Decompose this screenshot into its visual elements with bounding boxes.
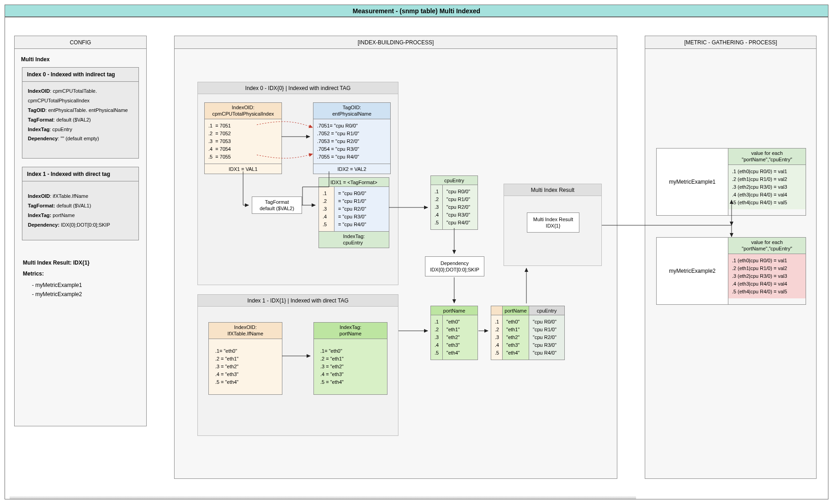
config-metrics-label: Metrics: <box>23 271 139 277</box>
metric1-head: value for each "portName","cpuEntry" <box>728 149 806 165</box>
merged-port-head: portName <box>503 306 529 315</box>
config-index0-title: Index 0 - Indexed with indirect tag <box>22 68 138 82</box>
cfg-i1-indexoid-val: ifXTable.IfName <box>53 193 88 199</box>
portname-cell: portName .1 .2 .3 .4 .5 "eth0" "eth1" "e… <box>430 306 478 360</box>
dependency-box: Dependency IDX{0};DOT[0:0];SKIP <box>425 256 484 276</box>
idx1-indexoid-cell: IndexOID: IfXTable.IfName .1= "eth0" .2 … <box>208 322 282 395</box>
idx0-result-cell: IDX1 = <TagFormat> .1 .2 .3 .4 .5 = "cpu… <box>318 177 389 248</box>
cfg-i1-tagformat-val: default ($VAL1) <box>57 203 91 208</box>
mgp-region: [METRIC - GATHERING - PROCESS] myMetricE… <box>645 36 817 479</box>
metric2-head: value for each "portName","cpuEntry" <box>728 238 806 254</box>
cfg-i0-tagoid-val: entPhysicalTable. entPhysicalName <box>48 107 127 113</box>
cfg-i0-dep-val: "" (default empty) <box>61 136 99 141</box>
cfg-i0-tagoid-label: TagOID <box>28 107 45 113</box>
cpuentry-cell: cpuEntry .1 .2 .3 .4 .5 "cpu R0/0" "cpu … <box>430 175 478 230</box>
idx0-indexoid-foot: IDX1 = VAL1 <box>205 164 281 174</box>
idx0-group: Index 0 - IDX{0} | Indexed with indirect… <box>197 82 398 285</box>
cfg-i1-tagformat-label: TagFormat: <box>28 203 55 208</box>
idx0-result-foot: IndexTag: cpuEntry <box>319 231 389 248</box>
portname-idx: .1 .2 .3 .4 .5 <box>431 315 443 360</box>
metric-item: - myMetricExample2 <box>32 290 142 299</box>
cfg-i1-indexoid-label: IndexOID <box>28 193 50 199</box>
cfg-i0-indexoid-label: IndexOID <box>28 88 50 94</box>
config-header: CONFIG <box>15 36 146 49</box>
ibp-header: [INDEX-BUILDING-PROCESS] <box>175 36 617 49</box>
merged-idx-col: .1 .2 .3 .4 .5 <box>491 315 502 360</box>
merged-cpu-head: cpuEntry <box>529 306 564 315</box>
idx0-tagoid-cell: TagOID: entPhysicalName .7051= "cpu R0/0… <box>313 102 391 174</box>
idx0-tagformat-box: TagFormat default ($VAL2) <box>252 196 302 214</box>
idx1-indextag-body: .1= "eth0" .2 = "eth1" .3 = "eth2" .4 = … <box>314 339 387 394</box>
config-index1-box: Index 1 - Indexed with direct tag IndexO… <box>22 167 139 240</box>
cfg-i1-dep-label: Dependency: <box>28 222 59 228</box>
idx1-indextag-head: IndexTag: portName <box>314 323 387 339</box>
cpuentry-head: cpuEntry <box>431 176 478 185</box>
metric1-name: myMetricExample1 <box>656 148 728 216</box>
idx1-indextag-cell: IndexTag: portName .1= "eth0" .2 = "eth1… <box>313 322 387 395</box>
idx0-result-idxcol: .1 .2 .3 .4 .5 <box>319 187 334 231</box>
mir-group: Multi Index Result Multi Index Result ID… <box>504 184 602 266</box>
idx1-group: Index 1 - IDX{1} | Indexed with direct T… <box>197 294 398 436</box>
merged-result: .1 .2 .3 .4 .5 portName "eth0" "eth1" "e… <box>491 306 565 360</box>
cfg-i0-tagformat-val: default ($VAL2) <box>56 117 91 122</box>
cfg-i1-indextag-label: IndexTag: <box>28 212 51 218</box>
idx1-indexoid-body: .1= "eth0" .2 = "eth1" .3 = "eth2" .4 = … <box>209 339 282 394</box>
idx0-result-head: IDX1 = <TagFormat> <box>319 178 389 187</box>
metric2-rows: .1 (eth0|cpu R0/0) = val1 .2 (eth1|cpu R… <box>728 254 806 298</box>
metric1-row: myMetricExample1 value for each "portNam… <box>656 148 806 216</box>
cfg-i0-indextag-val: cpuEntry <box>53 127 72 132</box>
mgp-header: [METRIC - GATHERING - PROCESS] <box>645 36 816 49</box>
portname-val: "eth0" "eth1" "eth2" "eth3" "eth4" <box>443 315 478 360</box>
cpuentry-idx: .1 .2 .3 .4 .5 <box>431 185 443 229</box>
config-subtitle: Multi Index <box>21 56 142 63</box>
metric2-row: myMetricExample2 value for each "portNam… <box>656 237 806 305</box>
idx0-indexoid-body: .1 = 7051 .2 = 7052 .3 = 7053 .4 = 7054 … <box>205 119 281 164</box>
cfg-i0-tagformat-label: TagFormat <box>28 117 53 122</box>
metric2-name: myMetricExample2 <box>656 237 728 305</box>
metric-item: - myMetricExample1 <box>32 281 142 290</box>
cfg-i1-dep-val: IDX{0};DOT[0:0];SKIP <box>61 222 110 228</box>
merged-port-col: "eth0" "eth1" "eth2" "eth3" "eth4" <box>503 315 529 360</box>
cfg-i0-indextag-label: IndexTag <box>28 127 49 132</box>
idx0-tagoid-head: TagOID: entPhysicalName <box>313 103 390 119</box>
cfg-i0-dep-label: Dependency <box>28 136 58 141</box>
idx0-tagoid-body: .7051= "cpu R0/0" .7052 = "cpu R1/0" .70… <box>313 119 390 164</box>
idx0-indexoid-head: IndexOID: cpmCPUTotalPhysicalIndex <box>205 103 281 119</box>
mir-box: Multi Index Result IDX{1} <box>527 212 579 233</box>
idx0-indexoid-cell: IndexOID: cpmCPUTotalPhysicalIndex .1 = … <box>204 102 282 174</box>
idx1-indexoid-head: IndexOID: IfXTable.IfName <box>209 323 282 339</box>
config-index0-box: Index 0 - Indexed with indirect tag Inde… <box>22 67 139 159</box>
idx0-head: Index 0 - IDX{0} | Indexed with indirect… <box>198 82 398 94</box>
idx0-tagoid-foot: IDX2 = VAL2 <box>313 164 390 174</box>
index-building-region: [INDEX-BUILDING-PROCESS] Index 0 - IDX{0… <box>174 36 617 479</box>
cpuentry-val: "cpu R0/0" "cpu R1/0" "cpu R2/0" "cpu R3… <box>443 185 478 229</box>
config-metrics-list: - myMetricExample1 - myMetricExample2 <box>32 281 142 299</box>
config-result-line: Multi Index Result: IDX{1} <box>23 260 139 266</box>
config-index1-title: Index 1 - Indexed with direct tag <box>22 167 138 181</box>
metric1-rows: .1 (eth0|cpu R0/0) = val1 .2 (eth1|cpu R… <box>728 165 806 209</box>
cfg-i1-indextag-val: portName <box>53 212 74 218</box>
mir-group-head: Multi Index Result <box>504 184 601 196</box>
page-title: Measurement - (snmp table) Multi Indexed <box>5 5 828 17</box>
portname-head: portName <box>431 306 478 315</box>
config-region: CONFIG Multi Index Index 0 - Indexed wit… <box>14 36 147 426</box>
idx1-head: Index 1 - IDX{1} | Indexed with direct T… <box>198 295 398 307</box>
idx0-result-valcol: = "cpu R0/0" = "cpu R1/0" = "cpu R2/0" =… <box>334 187 389 231</box>
diagram-canvas: CONFIG Multi Index Index 0 - Indexed wit… <box>5 17 828 499</box>
merged-cpu-col: "cpu R0/0" "cpu R1/0" "cpu R2/0" "cpu R3… <box>529 315 564 360</box>
